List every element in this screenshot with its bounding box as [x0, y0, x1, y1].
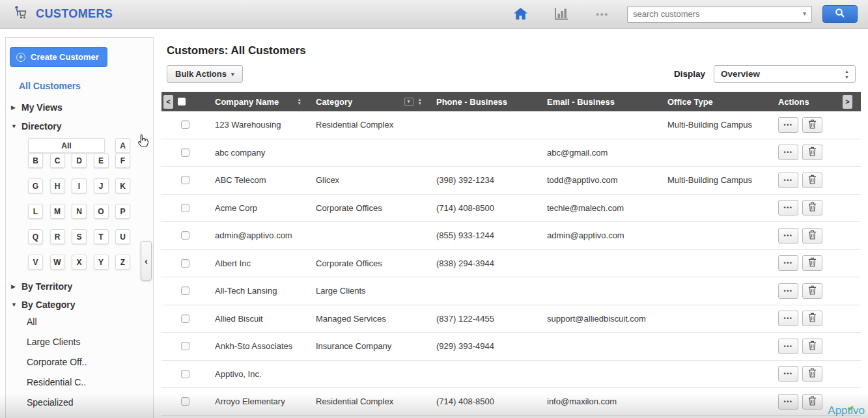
row-more-button[interactable]: •••	[778, 145, 798, 160]
letter-o-button[interactable]: O	[94, 204, 109, 219]
row-checkbox[interactable]	[181, 176, 189, 184]
sidebar-item-my-views[interactable]: ▶ My Views	[11, 102, 153, 113]
row-more-button[interactable]: •••	[778, 394, 798, 410]
row-more-button[interactable]: •••	[778, 339, 798, 354]
row-delete-button[interactable]	[802, 200, 822, 216]
letter-a-button[interactable]: A	[115, 138, 130, 153]
row-checkbox[interactable]	[181, 397, 189, 406]
cell-company[interactable]: 123 Warehousing	[208, 120, 309, 130]
row-checkbox[interactable]	[181, 148, 189, 157]
category-item[interactable]: All	[6, 312, 153, 332]
column-header-phone[interactable]: Phone - Business	[430, 97, 540, 107]
letter-u-button[interactable]: U	[115, 229, 130, 244]
search-button[interactable]	[822, 5, 858, 23]
sidebar-item-all-customers[interactable]: All Customers	[19, 81, 153, 91]
row-checkbox[interactable]	[181, 231, 189, 240]
row-more-button[interactable]: •••	[778, 200, 798, 216]
letter-s-button[interactable]: S	[72, 229, 87, 244]
letter-v-button[interactable]: V	[28, 255, 43, 270]
row-delete-button[interactable]	[802, 173, 822, 188]
letter-d-button[interactable]: D	[72, 153, 87, 168]
row-delete-button[interactable]	[802, 339, 822, 354]
letter-y-button[interactable]: Y	[94, 255, 109, 270]
letter-m-button[interactable]: M	[50, 204, 65, 219]
cell-company[interactable]: Ankh-Sto Associates	[208, 341, 309, 351]
category-item[interactable]: Large Clients	[6, 332, 153, 352]
letter-c-button[interactable]: C	[50, 153, 65, 168]
column-filter-icon[interactable]: ▾	[404, 98, 413, 106]
sort-icon[interactable]: ▲▼	[418, 98, 422, 106]
row-more-button[interactable]: •••	[778, 311, 798, 326]
row-delete-button[interactable]	[802, 228, 822, 244]
sort-icon[interactable]: ▲▼	[298, 98, 301, 106]
row-checkbox[interactable]	[181, 314, 189, 323]
cell-company[interactable]: ABC Telecom	[208, 175, 309, 185]
letter-k-button[interactable]: K	[115, 178, 130, 193]
letter-x-button[interactable]: X	[72, 255, 87, 270]
row-more-button[interactable]: •••	[778, 117, 798, 133]
category-item[interactable]: Corporate Off..	[6, 352, 153, 372]
cell-company[interactable]: Apptivo, Inc.	[208, 369, 309, 379]
letter-g-button[interactable]: G	[28, 178, 43, 193]
letter-w-button[interactable]: W	[50, 255, 65, 270]
more-apps-icon[interactable]: •••	[596, 9, 609, 19]
scroll-columns-right-button[interactable]: >	[843, 95, 852, 109]
row-checkbox[interactable]	[181, 259, 189, 268]
letter-all-button[interactable]: All	[28, 138, 105, 153]
row-delete-button[interactable]	[802, 255, 822, 271]
sidebar-item-by-territory[interactable]: ▶ By Territory	[11, 281, 153, 292]
letter-f-button[interactable]: F	[115, 153, 130, 168]
cell-company[interactable]: Albert Inc	[208, 258, 309, 268]
category-item[interactable]: Residential C..	[6, 372, 153, 393]
column-header-office-type[interactable]: Office Type	[661, 97, 772, 107]
letter-t-button[interactable]: T	[94, 229, 109, 244]
search-input[interactable]	[627, 6, 812, 23]
display-select[interactable]: Overview ▲▼	[714, 65, 856, 83]
create-customer-button[interactable]: + Create Customer	[10, 47, 107, 67]
letter-q-button[interactable]: Q	[28, 229, 43, 244]
select-all-checkbox[interactable]	[178, 98, 186, 105]
cell-company[interactable]: admin@apptivo.com	[208, 230, 309, 240]
row-delete-button[interactable]	[802, 366, 822, 382]
row-checkbox[interactable]	[181, 286, 189, 295]
sidebar-item-directory[interactable]: ▼ Directory	[11, 121, 153, 132]
row-checkbox[interactable]	[181, 370, 189, 378]
row-checkbox[interactable]	[181, 204, 189, 212]
column-header-company[interactable]: Company Name ▲▼	[208, 97, 309, 107]
row-more-button[interactable]: •••	[778, 228, 798, 244]
letter-e-button[interactable]: E	[94, 153, 109, 168]
letter-p-button[interactable]: P	[115, 204, 130, 219]
home-icon[interactable]	[513, 7, 528, 21]
cell-company[interactable]: Arroyo Elementary	[208, 397, 309, 406]
letter-l-button[interactable]: L	[28, 204, 43, 219]
letter-n-button[interactable]: N	[72, 204, 87, 219]
sidebar-collapse-button[interactable]: ‹	[141, 241, 152, 281]
letter-r-button[interactable]: R	[50, 229, 65, 244]
letter-b-button[interactable]: B	[28, 153, 43, 168]
row-delete-button[interactable]	[802, 117, 822, 133]
row-delete-button[interactable]	[802, 145, 822, 160]
row-checkbox[interactable]	[181, 342, 189, 350]
row-delete-button[interactable]	[802, 394, 822, 410]
scroll-columns-left-button[interactable]: <	[163, 95, 173, 109]
cell-company[interactable]: All-Tech Lansing	[208, 286, 309, 296]
row-more-button[interactable]: •••	[778, 366, 798, 382]
letter-i-button[interactable]: I	[72, 178, 87, 193]
row-delete-button[interactable]	[802, 311, 822, 326]
row-delete-button[interactable]	[802, 283, 822, 299]
cell-company[interactable]: Acme Corp	[208, 203, 309, 213]
bulk-actions-button[interactable]: Bulk Actions ▾	[167, 65, 243, 83]
column-header-category[interactable]: Category ▾ ▲▼	[309, 97, 430, 107]
row-more-button[interactable]: •••	[778, 283, 798, 299]
row-more-button[interactable]: •••	[778, 173, 798, 188]
row-more-button[interactable]: •••	[778, 255, 798, 271]
cell-company[interactable]: abc company	[208, 148, 309, 158]
reports-chart-icon[interactable]	[554, 7, 570, 21]
search-scope-caret-icon[interactable]: ▾	[803, 10, 806, 17]
letter-h-button[interactable]: H	[50, 178, 65, 193]
cell-company[interactable]: Allied Biscuit	[208, 314, 309, 324]
category-item[interactable]: Specialized	[6, 393, 153, 413]
letter-j-button[interactable]: J	[94, 178, 109, 193]
column-header-email[interactable]: Email - Business	[540, 97, 661, 107]
row-checkbox[interactable]	[181, 120, 189, 129]
